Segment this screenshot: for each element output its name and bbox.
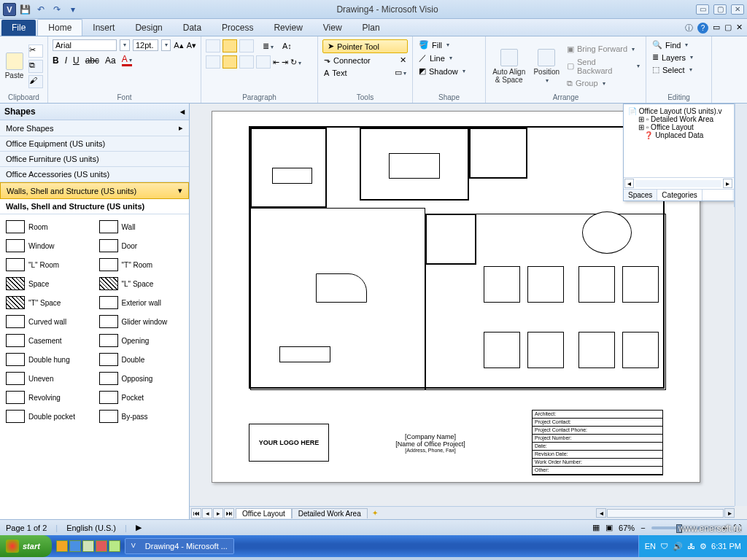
- view-tab[interactable]: View: [313, 20, 352, 36]
- stencil-shape[interactable]: Glider window: [98, 314, 185, 330]
- x-icon[interactable]: ✕: [400, 55, 406, 65]
- cut-icon[interactable]: ✂: [28, 44, 43, 58]
- language-indicator[interactable]: English (U.S.): [66, 524, 116, 532]
- stencil-shape[interactable]: Wall: [98, 219, 185, 235]
- stencil-shape[interactable]: Double hung: [4, 351, 92, 368]
- justify-icon[interactable]: [256, 55, 271, 69]
- stencil-shape[interactable]: Space: [4, 276, 92, 292]
- font-color-button[interactable]: A: [122, 54, 132, 66]
- underline-button[interactable]: U: [73, 55, 80, 66]
- stencil-category[interactable]: Office Accessories (US units): [0, 167, 189, 182]
- bold-button[interactable]: B: [53, 55, 59, 66]
- tray-icon[interactable]: ⚙: [700, 542, 707, 551]
- font-size-dropdown[interactable]: ▾: [161, 39, 171, 51]
- auto-align-button[interactable]: Auto Align & Space: [490, 39, 527, 93]
- align-bottom-icon[interactable]: [239, 39, 254, 52]
- align-middle-icon[interactable]: [222, 39, 237, 52]
- quick-launch-icon[interactable]: [109, 540, 120, 552]
- stencil-category-selected[interactable]: Walls, Shell and Structure (US units)▾: [0, 182, 189, 199]
- text-direction-icon[interactable]: A↕: [282, 42, 292, 50]
- quick-launch-icon[interactable]: [69, 540, 81, 552]
- group-button[interactable]: ⧉Group: [565, 78, 641, 89]
- increase-indent-icon[interactable]: ⇥: [282, 58, 288, 67]
- help-icon[interactable]: ?: [697, 23, 708, 34]
- align-right-icon[interactable]: [239, 55, 254, 69]
- category-item[interactable]: ⊞ ▫ Office Layout: [638, 123, 742, 131]
- send-backward-button[interactable]: ▢Send Backward: [565, 57, 641, 76]
- stencil-shape[interactable]: "L" Space: [98, 276, 185, 292]
- align-top-icon[interactable]: [206, 39, 220, 52]
- next-page-icon[interactable]: ▸: [213, 508, 223, 518]
- decrease-indent-icon[interactable]: ⇤: [273, 58, 279, 67]
- stencil-shape[interactable]: "T" Space: [4, 295, 92, 311]
- save-icon[interactable]: 💾: [19, 4, 31, 15]
- position-button[interactable]: Position: [532, 39, 561, 93]
- qat-dropdown-icon[interactable]: ▾: [67, 4, 79, 15]
- paste-button[interactable]: Paste: [4, 39, 24, 93]
- home-tab[interactable]: Home: [37, 19, 82, 36]
- select-button[interactable]: ⬚Select: [651, 64, 707, 75]
- connector-tool-button[interactable]: ⬎Connector ✕: [322, 55, 408, 66]
- spaces-tab[interactable]: Spaces: [624, 190, 657, 201]
- bullets-icon[interactable]: ≣: [263, 42, 274, 51]
- scroll-right-icon[interactable]: ▸: [723, 179, 732, 188]
- strikethrough-button[interactable]: abc: [85, 55, 99, 66]
- insert-tab[interactable]: Insert: [82, 20, 125, 36]
- stencil-shape[interactable]: Window: [4, 238, 92, 254]
- tray-icon[interactable]: 🔊: [673, 542, 683, 551]
- undo-icon[interactable]: ↶: [35, 4, 47, 15]
- shadow-button[interactable]: ◩Shadow: [417, 66, 481, 77]
- font-name-dropdown[interactable]: ▾: [120, 39, 130, 51]
- category-item[interactable]: ⊞ ▫ Detailed Work Area: [638, 115, 742, 123]
- design-tab[interactable]: Design: [125, 20, 172, 36]
- data-tab[interactable]: Data: [173, 20, 212, 36]
- decrease-font-icon[interactable]: A▾: [187, 41, 196, 50]
- hscroll-right-icon[interactable]: ▸: [724, 508, 735, 518]
- stencil-category[interactable]: Office Equipment (US units): [0, 136, 189, 152]
- font-name-select[interactable]: Arial: [53, 39, 117, 51]
- stencil-shape[interactable]: Pocket: [98, 389, 185, 405]
- stencil-shape[interactable]: Door: [98, 238, 185, 254]
- align-center-icon[interactable]: [222, 55, 237, 69]
- stencil-shape[interactable]: Exterior wall: [98, 295, 185, 311]
- stencil-shape[interactable]: Room: [4, 219, 92, 235]
- hscroll-left-icon[interactable]: ◂: [596, 508, 606, 518]
- prev-page-icon[interactable]: ◂: [202, 508, 212, 518]
- stencil-shape[interactable]: Uneven: [4, 370, 92, 386]
- ribbon-minimize-icon[interactable]: ⓘ: [685, 23, 693, 34]
- scroll-left-icon[interactable]: ◂: [624, 179, 634, 188]
- plan-tab[interactable]: Plan: [352, 20, 390, 36]
- redo-icon[interactable]: ↷: [51, 4, 63, 15]
- shapes-pane-chevron-icon[interactable]: ◂: [180, 106, 185, 117]
- vertical-scrollbar[interactable]: [735, 104, 747, 506]
- stencil-shape[interactable]: Revolving: [4, 389, 92, 405]
- stencil-shape[interactable]: By-pass: [98, 408, 185, 424]
- page-tab[interactable]: Detailed Work Area: [292, 508, 368, 518]
- categories-tab[interactable]: Categories: [657, 190, 702, 201]
- doc-minimize-button[interactable]: ▭: [713, 23, 720, 34]
- category-explorer-pane[interactable]: 📄 Office Layout (US units).v ⊞ ▫ Detaile…: [623, 104, 747, 201]
- quick-launch-icon[interactable]: [82, 540, 94, 552]
- ribbon-close-button[interactable]: ✕: [731, 4, 744, 15]
- stencil-shape[interactable]: Curved wall: [4, 314, 92, 330]
- bring-forward-button[interactable]: ▣Bring Forward: [565, 44, 641, 55]
- layers-button[interactable]: ≣Layers: [651, 52, 707, 63]
- first-page-icon[interactable]: ⏮: [191, 508, 201, 518]
- macro-record-icon[interactable]: ▶: [136, 523, 142, 532]
- taskbar-app-button[interactable]: VDrawing4 - Microsoft ...: [125, 538, 234, 554]
- start-button[interactable]: start: [0, 535, 52, 557]
- stencil-shape[interactable]: Double: [98, 351, 185, 368]
- more-shapes-button[interactable]: More Shapes▸: [0, 120, 189, 136]
- stencil-shape[interactable]: Double pocket: [4, 408, 92, 424]
- category-item[interactable]: ❓ Unplaced Data: [638, 131, 742, 139]
- ribbon-minimize-button[interactable]: ▭: [696, 4, 709, 15]
- clock[interactable]: 6:31 PM: [711, 542, 741, 551]
- language-bar[interactable]: EN: [645, 542, 656, 551]
- stencil-shape[interactable]: "T" Room: [98, 257, 185, 273]
- stencil-shape[interactable]: Opposing: [98, 370, 185, 386]
- stencil-shape[interactable]: Opening: [98, 332, 185, 349]
- quick-launch-icon[interactable]: [96, 540, 107, 552]
- pointer-tool-button[interactable]: ➤Pointer Tool: [322, 39, 408, 53]
- find-button[interactable]: 🔍Find: [651, 39, 707, 50]
- zoom-out-icon[interactable]: −: [640, 524, 645, 532]
